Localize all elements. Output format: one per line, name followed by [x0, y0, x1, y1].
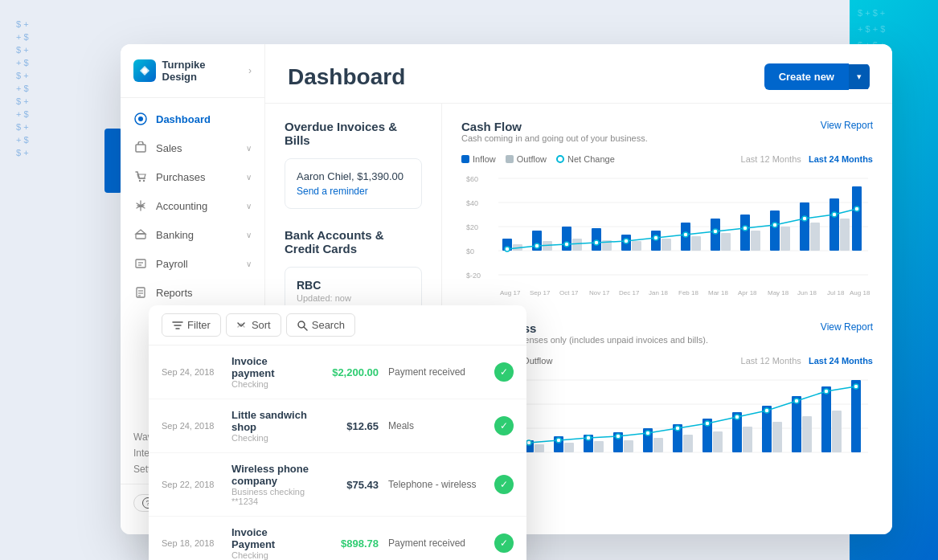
svg-rect-42 — [662, 239, 671, 251]
svg-point-2 — [138, 116, 143, 121]
tx-status-2: ✓ — [494, 416, 514, 435]
svg-text:Dec 17: Dec 17 — [619, 289, 640, 296]
pl-period-selector: Last 12 Months Last 24 Months — [741, 356, 873, 366]
sidebar-item-payroll[interactable]: Payroll ∨ — [121, 249, 264, 278]
svg-point-119 — [824, 389, 829, 394]
svg-rect-36 — [852, 186, 862, 251]
svg-point-59 — [802, 216, 807, 221]
sort-button[interactable]: Sort — [226, 313, 281, 337]
cash-flow-chart: $60 $40 $20 $0 $-20 — [461, 170, 873, 299]
table-row: Sep 24, 2018 Invoice payment Checking $2… — [149, 345, 526, 399]
svg-point-111 — [586, 435, 591, 440]
brand-name: Turnpike Design — [162, 59, 242, 83]
svg-text:Aug 18: Aug 18 — [850, 289, 870, 296]
overdue-section: Overdue Invoices & Bills Aaron Chiel, $1… — [285, 120, 422, 209]
svg-text:$-20: $-20 — [466, 272, 481, 280]
tx-amount-2: $12.65 — [322, 420, 379, 432]
svg-point-60 — [832, 212, 837, 217]
tx-date-1: Sep 24, 2018 — [162, 367, 222, 377]
pl-period-12m[interactable]: Last 12 Months — [741, 356, 801, 366]
tx-name-4: Invoice Payment — [231, 526, 313, 550]
brand-logo — [133, 59, 156, 82]
cash-flow-view-report[interactable]: View Report — [821, 120, 873, 131]
svg-rect-47 — [810, 223, 820, 251]
invoice-name: Aaron Chiel, $1,390.00 — [297, 170, 410, 182]
svg-point-113 — [645, 431, 650, 435]
outflow-label: Outflow — [517, 154, 547, 164]
sidebar-item-purchases[interactable]: Purchases ∨ — [121, 162, 264, 191]
legend-items: Inflow Outflow Net Change — [461, 154, 615, 164]
inflow-label: Inflow — [473, 154, 496, 164]
legend-inflow: Inflow — [461, 154, 496, 164]
transactions-toolbar: Filter Sort Search — [149, 305, 526, 345]
filter-button[interactable]: Filter — [162, 313, 221, 337]
sidebar-payroll-label: Payroll — [156, 258, 188, 270]
bank-title: Bank Accounts & Credit Cards — [285, 228, 422, 255]
tx-amount-3: $75.43 — [322, 479, 379, 491]
send-reminder-link[interactable]: Send a reminder — [297, 186, 410, 197]
sidebar-brand[interactable]: Turnpike Design › — [121, 44, 264, 98]
search-label: Search — [312, 319, 345, 331]
svg-rect-95 — [851, 380, 861, 452]
svg-rect-33 — [770, 211, 780, 251]
sidebar-item-dashboard[interactable]: Dashboard — [121, 104, 264, 133]
tx-account-1: Checking — [231, 379, 313, 389]
tx-status-1: ✓ — [494, 362, 514, 382]
search-button[interactable]: Search — [286, 313, 355, 337]
tx-category-4: Payment received — [388, 538, 485, 549]
invoice-card: Aaron Chiel, $1,390.00 Send a reminder — [285, 158, 422, 209]
sidebar-purchases-label: Purchases — [156, 171, 205, 183]
banking-chevron-icon: ∨ — [246, 231, 252, 239]
svg-rect-45 — [751, 231, 760, 251]
bank-updated: Updated: now — [297, 293, 410, 303]
profit-loss-view-report[interactable]: View Report — [821, 321, 873, 333]
svg-point-116 — [735, 415, 739, 419]
tx-category-1: Payment received — [388, 366, 485, 378]
banking-icon — [133, 227, 148, 242]
table-row: Sep 18, 2018 Invoice Payment Checking $8… — [149, 517, 526, 560]
svg-line-122 — [304, 327, 307, 330]
svg-point-120 — [854, 384, 858, 389]
svg-rect-99 — [594, 441, 604, 452]
purchases-icon — [133, 170, 148, 184]
sidebar-item-reports[interactable]: Reports — [121, 278, 264, 307]
svg-rect-101 — [653, 438, 663, 452]
table-row: Sep 24, 2018 Little sandwich shop Checki… — [149, 399, 526, 453]
payroll-icon — [133, 256, 148, 271]
svg-point-5 — [143, 180, 145, 182]
svg-text:Nov 17: Nov 17 — [589, 289, 610, 296]
net-label: Net Change — [567, 154, 615, 164]
sort-icon — [236, 320, 248, 331]
sales-chevron-icon: ∨ — [246, 144, 252, 153]
svg-point-50 — [535, 243, 539, 248]
svg-rect-100 — [624, 440, 633, 452]
svg-text:Oct 17: Oct 17 — [559, 289, 579, 296]
create-new-dropdown-button[interactable]: ▾ — [849, 64, 870, 89]
sidebar-item-accounting[interactable]: Accounting ∨ — [121, 191, 264, 220]
svg-point-109 — [526, 440, 531, 445]
create-new-button-group: Create new ▾ — [764, 63, 870, 90]
create-new-main-button[interactable]: Create new — [764, 63, 849, 90]
cash-flow-header: Cash Flow Cash coming in and going out o… — [461, 120, 873, 149]
cash-flow-subtitle: Cash coming in and going out of your bus… — [461, 133, 648, 143]
svg-rect-46 — [780, 227, 790, 251]
svg-rect-41 — [632, 241, 641, 251]
svg-text:$20: $20 — [466, 223, 478, 231]
svg-point-49 — [505, 247, 510, 251]
svg-text:$60: $60 — [466, 175, 478, 183]
tx-details-3: Wireless phone company Business checking… — [231, 463, 313, 506]
sidebar-item-banking[interactable]: Banking ∨ — [121, 220, 264, 249]
search-icon — [297, 320, 308, 331]
svg-rect-35 — [829, 198, 839, 251]
svg-text:$40: $40 — [466, 199, 478, 207]
svg-point-117 — [764, 408, 769, 413]
purchases-chevron-icon: ∨ — [246, 173, 252, 182]
svg-text:Apr 18: Apr 18 — [738, 289, 757, 296]
period-12m[interactable]: Last 12 Months — [741, 154, 801, 164]
period-24m[interactable]: Last 24 Months — [809, 154, 873, 164]
sidebar-item-sales[interactable]: Sales ∨ — [121, 133, 264, 162]
cash-flow-title: Cash Flow — [461, 120, 648, 133]
pl-period-24m[interactable]: Last 24 Months — [809, 356, 873, 366]
tx-category-3: Telephone - wireless — [388, 479, 485, 490]
svg-point-53 — [624, 239, 629, 243]
